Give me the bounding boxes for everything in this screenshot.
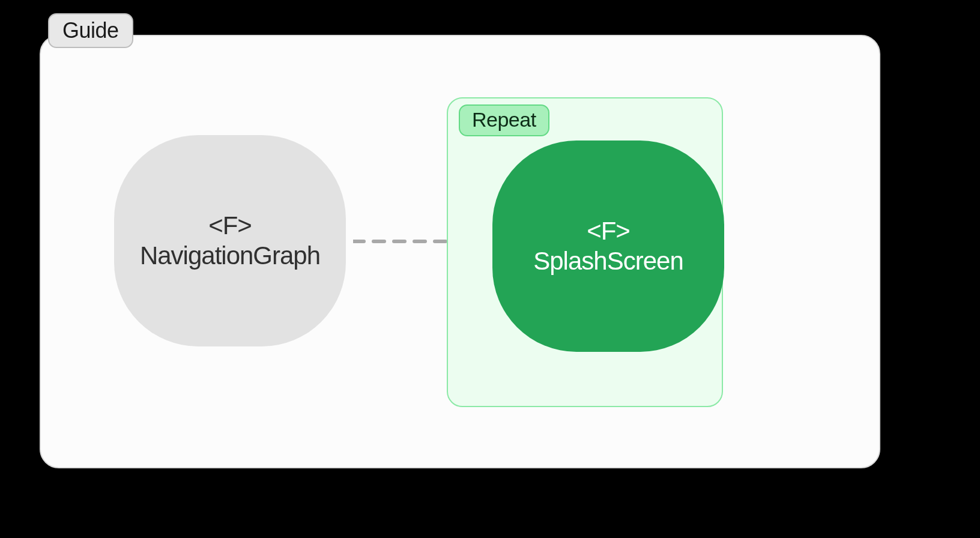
node-splash-screen: <F> SplashScreen: [492, 141, 724, 352]
node-stereotype: <F>: [587, 217, 630, 246]
guide-tag: Guide: [48, 13, 133, 48]
node-stereotype: <F>: [208, 211, 252, 240]
diagram-stage: Guide <F> NavigationGraph Repeat <F> Spl…: [0, 0, 919, 486]
repeat-tag: Repeat: [459, 104, 549, 136]
node-label: SplashScreen: [533, 247, 683, 276]
node-navigation-graph: <F> NavigationGraph: [114, 135, 346, 346]
node-label: NavigationGraph: [140, 241, 320, 270]
